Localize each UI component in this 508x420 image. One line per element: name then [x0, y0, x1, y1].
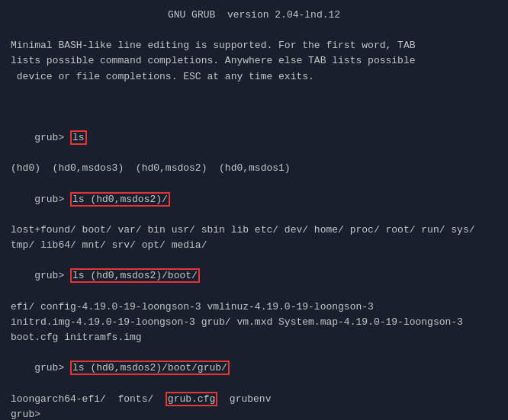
blank-line-1: [11, 23, 497, 38]
prompt-1: grub> ls: [11, 115, 497, 161]
blank-line-2: [11, 85, 497, 100]
output-3c: boot.cfg initramfs.img: [11, 330, 497, 345]
title-line: GNU GRUB version 2.04-lnd.12: [11, 8, 497, 23]
prompt-text-4: grub>: [34, 362, 70, 374]
output-3b: initrd.img-4.19.0-19-loongson-3 grub/ vm…: [11, 315, 497, 330]
output-3a: efi/ config-4.19.0-19-loongson-3 vmlinuz…: [11, 300, 497, 315]
command-1: ls: [70, 130, 87, 145]
prompt-text-1: grub>: [34, 132, 70, 143]
prompt-4: grub> ls (hd0,msdos2)/boot/grub/: [11, 345, 497, 391]
intro-line-2: lists possible command completions. Anyw…: [11, 53, 497, 69]
command-4: ls (hd0,msdos2)/boot/grub/: [70, 361, 230, 375]
output-1: (hd0) (hd0,msdos3) (hd0,msdos2) (hd0,msd…: [11, 161, 497, 176]
blank-line-3: [11, 100, 497, 115]
output-4: loongarch64-efi/ fonts/ grub.cfg grubenv: [11, 392, 497, 407]
prompt-3: grub> ls (hd0,msdos2)/boot/: [11, 253, 497, 299]
prompt-text-5: grub>: [11, 409, 40, 420]
grub-cfg-highlight: grub.cfg: [166, 392, 217, 406]
prompt-2: grub> ls (hd0,msdos2)/: [11, 177, 497, 223]
terminal-window: GNU GRUB version 2.04-lnd.12 Minimal BAS…: [0, 0, 508, 420]
command-2: ls (hd0,msdos2)/: [70, 192, 170, 207]
output-2b: tmp/ lib64/ mnt/ srv/ opt/ media/: [11, 238, 497, 253]
command-3: ls (hd0,msdos2)/boot/: [70, 268, 200, 283]
prompt-5: grub>: [11, 407, 497, 420]
prompt-text-2: grub>: [34, 194, 70, 205]
output-2a: lost+found/ boot/ var/ bin usr/ sbin lib…: [11, 223, 497, 238]
intro-line-1: Minimal BASH-like line editing is suppor…: [11, 38, 497, 53]
prompt-text-3: grub>: [34, 270, 70, 281]
intro-line-3: device or file completions. ESC at any t…: [11, 69, 497, 85]
